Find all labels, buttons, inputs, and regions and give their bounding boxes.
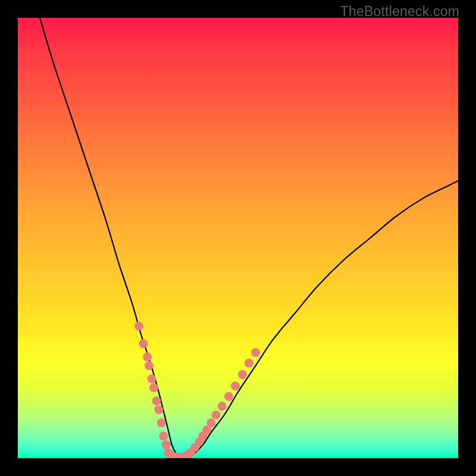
highlight-dots-left	[134, 322, 171, 450]
highlight-dots-bottom	[164, 437, 204, 458]
highlight-dot	[134, 322, 143, 331]
highlight-dot	[152, 396, 161, 405]
highlight-dot	[218, 402, 227, 411]
highlight-dot	[206, 418, 215, 427]
watermark-text: TheBottleneck.com	[340, 4, 459, 20]
chart-frame: TheBottleneck.com	[0, 0, 476, 476]
highlight-dot	[149, 383, 158, 392]
highlight-dot	[147, 374, 156, 383]
highlight-dot	[238, 370, 247, 379]
highlight-dot	[231, 381, 240, 390]
curve-svg	[18, 18, 458, 458]
plot-area	[18, 18, 458, 458]
highlight-dot	[154, 405, 163, 414]
highlight-dots-right	[198, 348, 260, 441]
highlight-dot	[224, 392, 233, 401]
highlight-dot	[212, 411, 221, 419]
highlight-dot	[245, 359, 253, 368]
highlight-dot	[143, 352, 152, 361]
bottleneck-curve	[40, 18, 458, 458]
highlight-dot	[145, 361, 154, 370]
highlight-dot	[159, 432, 168, 441]
highlight-dot	[251, 348, 260, 357]
highlight-dot	[162, 440, 171, 449]
highlight-dot	[157, 418, 166, 427]
highlight-dot	[139, 339, 148, 348]
